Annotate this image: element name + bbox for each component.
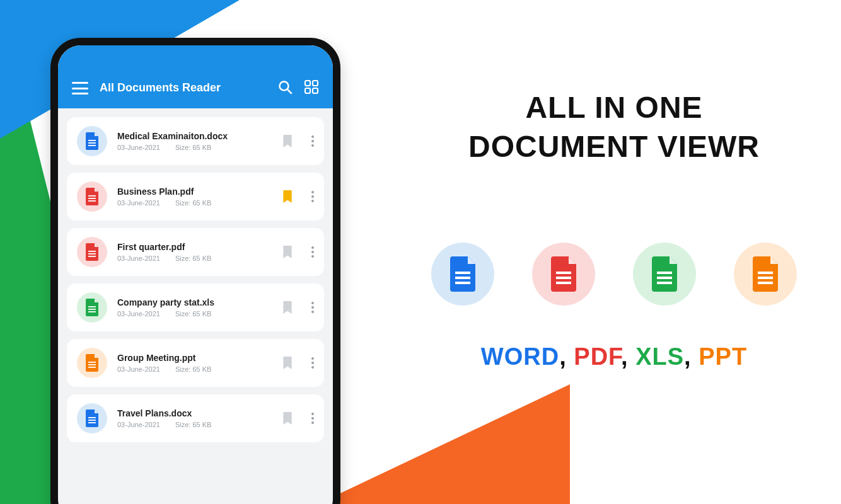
svg-rect-5 [313, 88, 318, 93]
promo-area: ALL IN ONE DOCUMENT VIEWR WORD, PDF, XLS… [387, 88, 841, 370]
file-info: Business Plan.pdf 03-June-2021 Size: 65 … [117, 186, 272, 207]
grid-icon[interactable] [304, 79, 319, 94]
file-date: 03-June-2021 [117, 255, 160, 262]
svg-rect-18 [88, 362, 96, 363]
svg-rect-29 [556, 282, 571, 284]
file-card[interactable]: Business Plan.pdf 03-June-2021 Size: 65 … [67, 173, 324, 220]
more-icon[interactable] [311, 357, 314, 369]
svg-rect-23 [88, 422, 96, 423]
svg-rect-22 [88, 420, 96, 421]
svg-rect-10 [88, 198, 96, 199]
svg-rect-2 [305, 81, 310, 86]
file-name: Medical Examinaiton.docx [117, 131, 272, 141]
heading-line-2: DOCUMENT VIEWR [468, 130, 760, 163]
pdf-icon [532, 243, 595, 306]
svg-rect-34 [758, 277, 773, 279]
file-info: Group Meeting.ppt 03-June-2021 Size: 65 … [117, 353, 272, 373]
svg-rect-19 [88, 364, 96, 365]
bookmark-icon[interactable] [282, 301, 293, 314]
bookmark-icon[interactable] [282, 357, 293, 369]
file-card[interactable]: First quarter.pdf 03-June-2021 Size: 65 … [67, 228, 324, 276]
svg-rect-4 [305, 88, 310, 93]
file-info: Company party stat.xls 03-June-2021 Size… [117, 297, 272, 318]
phone-mockup: All Documents Reader Medical Examinaiton… [50, 38, 340, 504]
file-card[interactable]: Company party stat.xls 03-June-2021 Size… [67, 284, 324, 331]
file-date: 03-June-2021 [117, 421, 160, 428]
app-title: All Documents Reader [100, 81, 277, 94]
file-type-icon [77, 292, 107, 323]
file-name: Travel Plans.docx [117, 408, 272, 418]
file-date: 03-June-2021 [117, 310, 160, 318]
more-icon[interactable] [311, 302, 314, 313]
svg-rect-3 [313, 81, 318, 86]
more-icon[interactable] [311, 413, 314, 424]
file-name: Group Meeting.ppt [117, 353, 272, 363]
svg-rect-30 [657, 272, 672, 274]
file-info: First quarter.pdf 03-June-2021 Size: 65 … [117, 242, 272, 262]
bookmark-icon[interactable] [282, 135, 293, 147]
svg-rect-9 [88, 195, 96, 197]
svg-rect-7 [88, 142, 96, 144]
file-type-icon [77, 348, 107, 378]
file-size: Size: 65 KB [175, 199, 211, 207]
file-size: Size: 65 KB [175, 365, 211, 373]
format-labels: WORD, PDF, XLS, PPT [387, 343, 841, 370]
label-xls: XLS [635, 343, 684, 370]
file-type-icon [77, 237, 107, 267]
svg-rect-13 [88, 253, 96, 255]
svg-rect-27 [556, 272, 571, 274]
file-info: Travel Plans.docx 03-June-2021 Size: 65 … [117, 408, 272, 428]
more-icon[interactable] [311, 191, 314, 202]
file-name: First quarter.pdf [117, 242, 272, 252]
svg-rect-8 [88, 145, 96, 146]
heading-line-1: ALL IN ONE [525, 91, 702, 124]
svg-rect-15 [88, 306, 96, 307]
svg-rect-17 [88, 311, 96, 312]
file-type-icon [77, 403, 107, 433]
svg-rect-20 [88, 367, 96, 368]
file-card[interactable]: Medical Examinaiton.docx 03-June-2021 Si… [67, 117, 324, 165]
svg-line-1 [287, 89, 291, 93]
bookmark-icon[interactable] [282, 412, 293, 425]
svg-rect-32 [657, 282, 672, 284]
word-icon [431, 243, 494, 306]
file-date: 03-June-2021 [117, 144, 160, 151]
file-date: 03-June-2021 [117, 365, 160, 373]
label-word: WORD [481, 343, 559, 370]
svg-rect-16 [88, 309, 96, 310]
file-type-icon [77, 126, 107, 156]
more-icon[interactable] [311, 135, 314, 147]
file-name: Company party stat.xls [117, 297, 272, 307]
svg-rect-35 [758, 282, 773, 284]
svg-rect-33 [758, 272, 773, 274]
hamburger-icon[interactable] [72, 82, 88, 94]
file-size: Size: 65 KB [175, 421, 211, 428]
app-header: All Documents Reader [58, 45, 333, 108]
label-ppt: PPT [699, 343, 747, 370]
svg-rect-6 [88, 140, 96, 141]
label-pdf: PDF [574, 343, 621, 370]
ppt-icon [734, 243, 797, 306]
more-icon[interactable] [311, 246, 314, 258]
file-size: Size: 65 KB [175, 310, 211, 318]
search-icon[interactable] [277, 79, 293, 94]
svg-rect-24 [455, 272, 470, 274]
bookmark-icon[interactable] [282, 246, 293, 258]
svg-rect-28 [556, 277, 571, 279]
svg-rect-26 [455, 282, 470, 284]
svg-rect-12 [88, 251, 96, 252]
svg-rect-11 [88, 200, 96, 202]
svg-rect-14 [88, 256, 96, 257]
svg-rect-31 [657, 277, 672, 279]
promo-heading: ALL IN ONE DOCUMENT VIEWR [387, 88, 841, 167]
file-name: Business Plan.pdf [117, 186, 272, 197]
file-type-icon [77, 181, 107, 212]
file-size: Size: 65 KB [175, 255, 211, 262]
file-info: Medical Examinaiton.docx 03-June-2021 Si… [117, 131, 272, 151]
svg-rect-21 [88, 417, 96, 418]
xls-icon [633, 243, 696, 306]
bookmark-icon[interactable] [282, 190, 293, 203]
svg-rect-25 [455, 277, 470, 279]
file-card[interactable]: Travel Plans.docx 03-June-2021 Size: 65 … [67, 394, 324, 442]
file-card[interactable]: Group Meeting.ppt 03-June-2021 Size: 65 … [67, 339, 324, 387]
